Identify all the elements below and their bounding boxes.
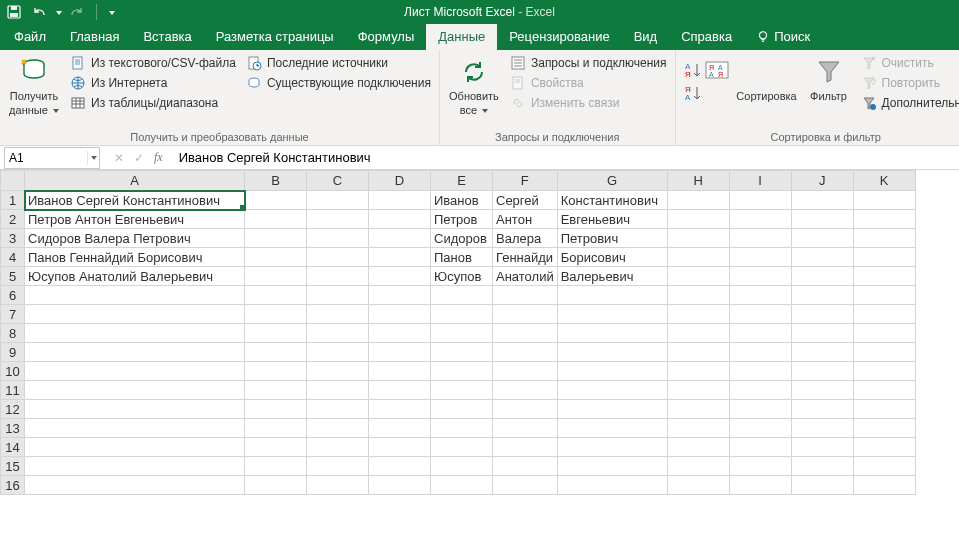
- cell[interactable]: [245, 343, 307, 362]
- cell[interactable]: [245, 286, 307, 305]
- cell[interactable]: [791, 438, 853, 457]
- cell[interactable]: [431, 362, 493, 381]
- cell[interactable]: [307, 419, 369, 438]
- cell[interactable]: [493, 381, 558, 400]
- cell[interactable]: [729, 457, 791, 476]
- cell[interactable]: Валерьевич: [557, 267, 667, 286]
- cell[interactable]: [245, 229, 307, 248]
- cell[interactable]: [791, 229, 853, 248]
- cell[interactable]: [729, 286, 791, 305]
- cell[interactable]: [667, 286, 729, 305]
- cell[interactable]: Сидоров Валера Петрович: [25, 229, 245, 248]
- tab-file[interactable]: Файл: [2, 24, 58, 50]
- cell[interactable]: [307, 476, 369, 495]
- cell[interactable]: [369, 457, 431, 476]
- row-header[interactable]: 16: [1, 476, 25, 495]
- cell[interactable]: [369, 191, 431, 210]
- cell[interactable]: [245, 381, 307, 400]
- cell[interactable]: [791, 362, 853, 381]
- name-box-dropdown-icon[interactable]: [87, 151, 99, 165]
- tab-search[interactable]: Поиск: [744, 24, 822, 50]
- cell[interactable]: [307, 457, 369, 476]
- row-header[interactable]: 12: [1, 400, 25, 419]
- cell[interactable]: [667, 419, 729, 438]
- qat-customize-icon[interactable]: [107, 5, 115, 19]
- cell[interactable]: [557, 381, 667, 400]
- cell[interactable]: [853, 476, 915, 495]
- cell[interactable]: [667, 381, 729, 400]
- cell[interactable]: [245, 476, 307, 495]
- select-all-corner[interactable]: [1, 171, 25, 191]
- cell[interactable]: [245, 267, 307, 286]
- row-header[interactable]: 15: [1, 457, 25, 476]
- cell[interactable]: [557, 419, 667, 438]
- cell[interactable]: [245, 191, 307, 210]
- cell[interactable]: [369, 210, 431, 229]
- cell[interactable]: [791, 343, 853, 362]
- cell[interactable]: [493, 362, 558, 381]
- cell[interactable]: [307, 210, 369, 229]
- cell[interactable]: [307, 267, 369, 286]
- tab-home[interactable]: Главная: [58, 24, 131, 50]
- cell[interactable]: [493, 476, 558, 495]
- cell[interactable]: [791, 191, 853, 210]
- cell[interactable]: [791, 476, 853, 495]
- cell[interactable]: Панов: [431, 248, 493, 267]
- cell[interactable]: [557, 476, 667, 495]
- cell[interactable]: [791, 210, 853, 229]
- cell[interactable]: [729, 324, 791, 343]
- row-header[interactable]: 5: [1, 267, 25, 286]
- cell[interactable]: [667, 324, 729, 343]
- cell[interactable]: Сергей: [493, 191, 558, 210]
- refresh-all-button[interactable]: Обновить все: [446, 54, 502, 118]
- cell[interactable]: [853, 229, 915, 248]
- tab-help[interactable]: Справка: [669, 24, 744, 50]
- cell[interactable]: [307, 286, 369, 305]
- cell[interactable]: [729, 381, 791, 400]
- cell[interactable]: [493, 419, 558, 438]
- cell[interactable]: [493, 438, 558, 457]
- row-header[interactable]: 13: [1, 419, 25, 438]
- name-box[interactable]: [4, 147, 100, 169]
- column-header[interactable]: A: [25, 171, 245, 191]
- tab-insert[interactable]: Вставка: [131, 24, 203, 50]
- cell[interactable]: [853, 457, 915, 476]
- cell[interactable]: [791, 305, 853, 324]
- row-header[interactable]: 9: [1, 343, 25, 362]
- formula-input[interactable]: [173, 148, 959, 167]
- cell[interactable]: [791, 419, 853, 438]
- cell[interactable]: [25, 419, 245, 438]
- cell[interactable]: [431, 400, 493, 419]
- cell[interactable]: [369, 286, 431, 305]
- column-header[interactable]: E: [431, 171, 493, 191]
- sort-asc-button[interactable]: АЯ: [682, 60, 702, 80]
- cell[interactable]: Константинович: [557, 191, 667, 210]
- from-table-button[interactable]: Из таблицы/диапазона: [68, 94, 238, 112]
- cell[interactable]: [729, 267, 791, 286]
- cell[interactable]: [431, 476, 493, 495]
- cell[interactable]: [245, 419, 307, 438]
- cell[interactable]: [729, 248, 791, 267]
- cell[interactable]: [307, 381, 369, 400]
- cell[interactable]: [369, 362, 431, 381]
- column-header[interactable]: D: [369, 171, 431, 191]
- name-box-input[interactable]: [5, 149, 87, 167]
- row-header[interactable]: 2: [1, 210, 25, 229]
- cell[interactable]: [245, 362, 307, 381]
- cell[interactable]: [853, 267, 915, 286]
- cell[interactable]: [493, 286, 558, 305]
- cell[interactable]: [307, 362, 369, 381]
- cell[interactable]: [245, 248, 307, 267]
- cell[interactable]: [667, 362, 729, 381]
- cell[interactable]: [667, 210, 729, 229]
- cell[interactable]: [667, 438, 729, 457]
- sort-button[interactable]: Сортировка: [735, 54, 799, 104]
- cell[interactable]: [667, 457, 729, 476]
- fx-icon[interactable]: fx: [154, 150, 163, 165]
- cell[interactable]: [853, 400, 915, 419]
- cell[interactable]: [25, 438, 245, 457]
- cell[interactable]: [369, 305, 431, 324]
- cell[interactable]: [557, 305, 667, 324]
- cell[interactable]: [369, 267, 431, 286]
- undo-dropdown-icon[interactable]: [54, 5, 62, 19]
